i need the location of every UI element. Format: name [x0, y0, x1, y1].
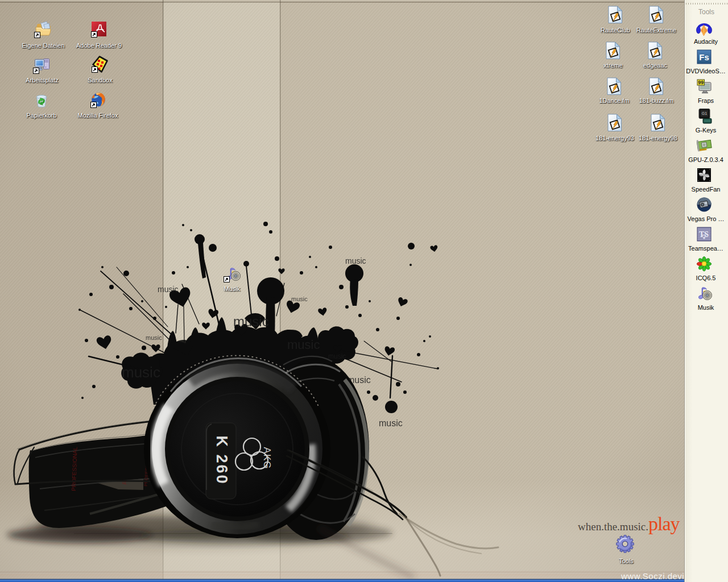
svg-text:K 260: K 260	[213, 435, 230, 485]
svg-text:AKG: AKG	[262, 447, 272, 469]
svg-text:music: music	[233, 314, 269, 329]
svg-text:music: music	[379, 418, 403, 428]
svg-text:music: music	[291, 296, 308, 302]
svg-text:music: music	[328, 352, 346, 360]
svg-text:music: music	[146, 334, 162, 341]
svg-text:music: music	[122, 364, 160, 381]
svg-text:music: music	[345, 256, 366, 265]
svg-text:music: music	[287, 338, 320, 352]
svg-text:music: music	[158, 285, 179, 294]
